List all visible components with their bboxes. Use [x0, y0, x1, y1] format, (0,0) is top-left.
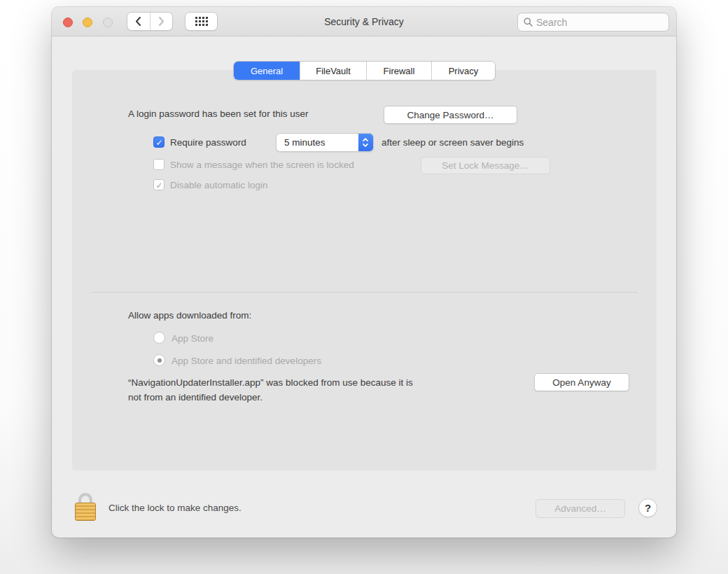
- require-password-checkbox[interactable]: [153, 136, 164, 148]
- tab-firewall[interactable]: Firewall: [366, 62, 431, 80]
- require-password-suffix: after sleep or screen saver begins: [382, 137, 524, 148]
- open-anyway-button[interactable]: Open Anyway: [534, 373, 629, 391]
- window-titlebar: Security & Privacy: [52, 7, 676, 36]
- minimize-window-button[interactable]: [83, 18, 92, 27]
- radio-app-store-identified[interactable]: [153, 354, 165, 366]
- chevron-right-icon: [158, 16, 165, 27]
- disable-auto-login-checkbox[interactable]: [153, 179, 164, 190]
- set-lock-message-button[interactable]: Set Lock Message…: [421, 157, 550, 174]
- tab-general[interactable]: General: [234, 62, 300, 80]
- blocked-app-message: “NavigationUpdaterInstaller.app” was blo…: [128, 375, 413, 405]
- search-input[interactable]: [536, 17, 663, 28]
- advanced-button[interactable]: Advanced…: [536, 499, 625, 518]
- tab-privacy[interactable]: Privacy: [431, 62, 495, 80]
- show-message-checkbox[interactable]: [153, 159, 164, 170]
- close-window-button[interactable]: [63, 18, 73, 27]
- history-nav-control: [127, 12, 173, 31]
- grid-icon: [195, 17, 208, 26]
- radio-app-store-label[interactable]: App Store: [172, 333, 214, 344]
- radio-app-store[interactable]: [153, 332, 165, 344]
- forward-button[interactable]: [150, 13, 173, 30]
- back-button[interactable]: [127, 13, 150, 30]
- section-divider: [91, 292, 638, 293]
- popup-selected-value: 5 minutes: [276, 137, 358, 148]
- require-password-delay-popup[interactable]: 5 minutes: [276, 133, 374, 152]
- popup-stepper-icon: [358, 134, 373, 151]
- require-password-label[interactable]: Require password: [170, 137, 246, 148]
- tab-filevault[interactable]: FileVault: [300, 62, 366, 80]
- login-password-text: A login password has been set for this u…: [128, 108, 308, 120]
- blocked-app-line2: not from an identified developer.: [128, 390, 413, 405]
- radio-app-store-identified-label[interactable]: App Store and identified developers: [172, 356, 321, 367]
- search-icon: [524, 18, 533, 27]
- allow-apps-heading: Allow apps downloaded from:: [128, 310, 251, 321]
- zoom-window-button: [103, 18, 113, 27]
- blocked-app-line1: “NavigationUpdaterInstaller.app” was blo…: [128, 375, 413, 390]
- lock-icon[interactable]: [75, 493, 96, 522]
- chevron-left-icon: [134, 16, 142, 27]
- lock-hint-text: Click the lock to make changes.: [108, 503, 241, 514]
- security-privacy-window: Security & Privacy General FileVault Fir…: [52, 7, 676, 538]
- show-message-label[interactable]: Show a message when the screen is locked: [170, 160, 354, 171]
- show-all-button[interactable]: [185, 12, 218, 31]
- disable-auto-login-label[interactable]: Disable automatic login: [170, 180, 268, 191]
- change-password-button[interactable]: Change Password…: [384, 106, 517, 124]
- help-button[interactable]: ?: [638, 498, 657, 517]
- search-field[interactable]: [517, 13, 669, 31]
- general-pane: General FileVault Firewall Privacy A log…: [72, 70, 657, 470]
- tab-bar: General FileVault Firewall Privacy: [233, 61, 496, 80]
